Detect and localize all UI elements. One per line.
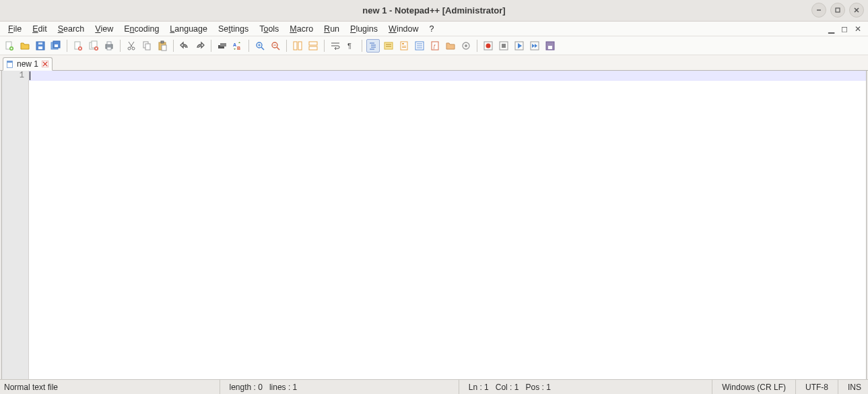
find-button[interactable] [215,39,229,53]
maximize-icon [834,7,841,13]
svg-rect-24 [107,42,111,44]
status-length: length : 0 lines : 1 [220,383,307,392]
sync-horizontal-button[interactable] [306,39,320,53]
doc-map-button[interactable] [397,39,411,53]
svg-text:A: A [233,42,236,47]
status-bar: Normal text file length : 0 lines : 1 Ln… [0,379,868,394]
record-macro-button[interactable] [481,39,495,53]
minimize-button[interactable] [811,3,826,18]
undo-button[interactable] [178,39,191,53]
menu-window[interactable]: Window [383,22,424,36]
close-tab-icon [42,61,48,67]
mdi-close-icon[interactable]: ✕ [855,24,861,34]
replace-button[interactable]: AB [231,39,244,53]
svg-rect-13 [55,44,58,47]
svg-rect-31 [145,44,150,50]
tab-strip: new 1 [0,55,868,71]
window-title: new 1 - Notepad++ [Administrator] [362,5,505,15]
monitoring-button[interactable] [459,39,473,53]
svg-rect-33 [161,41,164,43]
menu-macro[interactable]: Macro [284,22,319,36]
stop-macro-button[interactable] [497,39,510,53]
svg-rect-62 [402,46,406,46]
cut-button[interactable] [125,39,138,53]
line-gutter: 1 [2,71,29,379]
menu-help[interactable]: ? [424,22,440,36]
new-file-button[interactable] [3,39,16,53]
svg-text:¶: ¶ [347,42,352,50]
menu-search[interactable]: Search [53,22,90,36]
play-fast-button[interactable] [528,39,541,53]
word-wrap-button[interactable] [329,39,342,53]
save-macro-button[interactable] [543,39,557,53]
svg-rect-48 [309,42,317,45]
svg-rect-9 [38,46,42,49]
status-insert-mode[interactable]: INS [838,383,864,392]
svg-rect-10 [38,42,42,44]
menu-tools[interactable]: Tools [254,22,284,36]
status-encoding[interactable]: UTF-8 [796,383,838,392]
doc-list-button[interactable] [413,39,426,53]
svg-rect-25 [107,47,111,50]
tab-new-1[interactable]: new 1 [3,57,53,71]
redo-button[interactable] [193,39,207,53]
text-area[interactable] [29,71,866,379]
menu-settings[interactable]: Settings [213,22,254,36]
svg-rect-1 [836,8,840,12]
status-file-type: Normal text file [4,383,67,392]
save-all-button[interactable] [49,39,63,53]
close-all-button[interactable] [87,39,100,53]
close-window-button[interactable] [849,3,864,18]
svg-rect-46 [294,42,297,50]
open-file-button[interactable] [18,39,32,53]
mdi-controls: ▁ ◻ ✕ [828,24,865,34]
svg-rect-75 [502,44,506,48]
close-icon [853,7,860,13]
zoom-out-button[interactable] [269,39,282,53]
function-list-button[interactable]: ƒ [428,39,442,53]
status-position: Ln : 1 Col : 1 Pos : 1 [459,383,560,392]
mdi-restore-icon[interactable]: ◻ [841,24,848,34]
editor: 1 [1,71,867,379]
svg-rect-34 [162,45,166,51]
sync-vertical-button[interactable] [291,39,304,53]
menu-language[interactable]: Language [164,22,213,36]
menu-bar: File Edit Search View Encoding Language … [0,22,868,36]
menu-file[interactable]: File [3,22,27,36]
svg-text:ƒ: ƒ [433,43,436,49]
maximize-button[interactable] [830,3,845,18]
menu-plugins[interactable]: Plugins [345,22,383,36]
svg-rect-79 [548,46,552,49]
mdi-minimize-icon[interactable]: ▁ [828,24,834,34]
zoom-in-button[interactable] [253,39,267,53]
folder-workspace-button[interactable] [444,39,457,53]
copy-button[interactable] [140,39,154,53]
indent-guide-button[interactable] [366,39,380,53]
print-button[interactable] [102,39,116,53]
menu-edit[interactable]: Edit [27,22,53,36]
svg-rect-61 [402,43,404,44]
caret [30,71,30,80]
tab-close-button[interactable] [41,60,49,68]
menu-run[interactable]: Run [319,22,345,36]
play-macro-button[interactable] [512,39,526,53]
status-eol[interactable]: Windows (CR LF) [712,383,795,392]
svg-point-71 [465,44,467,47]
svg-text:B: B [237,46,240,51]
paste-button[interactable] [156,39,169,53]
svg-line-44 [277,47,279,50]
line-number: 1 [2,71,24,81]
close-file-button[interactable] [71,39,85,53]
menu-encoding[interactable]: Encoding [119,22,164,36]
toolbar: AB ¶ ƒ [0,36,868,55]
menu-view[interactable]: View [90,22,119,36]
save-button[interactable] [34,39,47,53]
file-icon [5,60,14,69]
user-lang-button[interactable] [382,39,395,53]
svg-rect-36 [220,43,226,46]
window-controls [811,3,864,18]
show-chars-button[interactable]: ¶ [344,39,358,53]
svg-point-73 [486,43,491,48]
title-bar: new 1 - Notepad++ [Administrator] [0,0,868,22]
svg-line-40 [261,47,264,50]
